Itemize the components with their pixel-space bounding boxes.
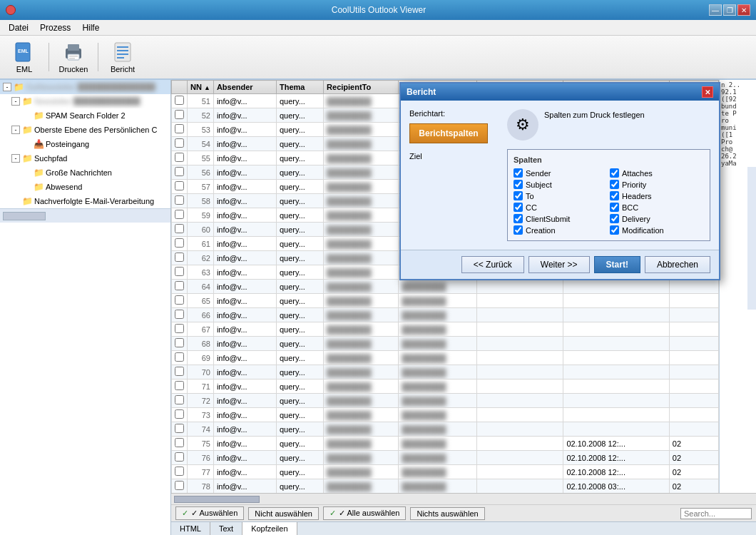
col-absender[interactable]: Absender bbox=[213, 81, 276, 94]
col-check-creation[interactable] bbox=[514, 225, 523, 235]
table-row[interactable]: 67 info@v... query... ████████ ████████ bbox=[172, 322, 719, 337]
row-checkbox[interactable] bbox=[172, 251, 188, 265]
row-checkbox[interactable] bbox=[172, 137, 188, 151]
col-check-subject[interactable] bbox=[514, 180, 523, 189]
row-checkbox[interactable] bbox=[172, 194, 188, 208]
row-checkbox[interactable] bbox=[172, 337, 188, 351]
back-button[interactable]: << Zurück bbox=[461, 256, 524, 273]
col-check-clientsubmit[interactable] bbox=[514, 214, 523, 223]
col-check-sender[interactable] bbox=[514, 168, 523, 178]
col-thema[interactable]: Thema bbox=[276, 81, 323, 94]
tool-drucken[interactable]: Drucken bbox=[55, 39, 92, 76]
row-checkbox[interactable] bbox=[172, 280, 188, 294]
search-input[interactable] bbox=[680, 508, 752, 519]
tab-kopfzeilen[interactable]: Kopfzeilen bbox=[242, 522, 297, 535]
col-recipientto[interactable]: RecipientTo bbox=[324, 81, 399, 94]
select-button[interactable]: ✓ ✓ Auswählen bbox=[175, 506, 244, 520]
table-row[interactable]: 78 info@v... query... ████████ ████████ … bbox=[172, 479, 719, 494]
row-checkbox[interactable] bbox=[172, 151, 188, 165]
col-check-bcc[interactable] bbox=[610, 203, 619, 212]
row-checkbox[interactable] bbox=[172, 108, 188, 123]
minimize-button[interactable]: — bbox=[709, 4, 722, 16]
tab-text[interactable]: Text bbox=[210, 522, 242, 535]
table-row[interactable]: 76 info@v... query... ████████ ████████ … bbox=[172, 451, 719, 465]
expand-newsletter[interactable]: - bbox=[11, 97, 20, 106]
expand-root[interactable]: - bbox=[3, 83, 11, 91]
next-button[interactable]: Weiter >> bbox=[528, 256, 590, 273]
row-checkbox[interactable] bbox=[172, 294, 188, 308]
row-from: info@v... bbox=[213, 408, 276, 422]
berichtspalten-button[interactable]: Berichtspalten bbox=[409, 123, 488, 143]
table-row[interactable]: 71 info@v... query... ████████ ████████ bbox=[172, 379, 719, 394]
row-checkbox[interactable] bbox=[172, 479, 188, 494]
col-check-modification[interactable] bbox=[610, 225, 619, 235]
row-checkbox[interactable] bbox=[172, 180, 188, 194]
dialog-close-button[interactable]: ✕ bbox=[702, 86, 713, 98]
table-row[interactable]: 73 info@v... query... ████████ ████████ bbox=[172, 408, 719, 422]
select-all-button[interactable]: ✓ ✓ Alle auswählen bbox=[323, 506, 406, 520]
table-row[interactable]: 75 info@v... query... ████████ ████████ … bbox=[172, 437, 719, 451]
col-check-cc[interactable] bbox=[514, 203, 523, 212]
row-checkbox[interactable] bbox=[172, 365, 188, 379]
row-checkbox[interactable] bbox=[172, 308, 188, 322]
restore-button[interactable]: ❐ bbox=[723, 4, 736, 16]
row-checkbox[interactable] bbox=[172, 165, 188, 180]
start-button[interactable]: Start! bbox=[594, 256, 640, 273]
col-label-clientsubmit: ClientSubmit bbox=[526, 215, 570, 223]
deselect-button[interactable]: Nicht auswählen bbox=[248, 507, 319, 520]
row-checkbox[interactable] bbox=[172, 322, 188, 337]
expand-oberste[interactable]: - bbox=[11, 126, 20, 134]
tree-spam[interactable]: 📁 SPAM Search Folder 2 bbox=[0, 108, 170, 123]
row-checkbox[interactable] bbox=[172, 208, 188, 223]
row-checkbox[interactable] bbox=[172, 223, 188, 237]
row-checkbox[interactable] bbox=[172, 437, 188, 451]
row-checkbox[interactable] bbox=[172, 422, 188, 437]
tree-grosse[interactable]: 📁 Große Nachrichten bbox=[0, 165, 170, 180]
tool-bericht[interactable]: Bericht bbox=[104, 39, 141, 76]
row-checkbox[interactable] bbox=[172, 408, 188, 422]
table-row[interactable]: 77 info@v... query... ████████ ████████ … bbox=[172, 465, 719, 479]
tree-oberste[interactable]: - 📁 Oberste Ebene des Persönlichen C bbox=[0, 123, 170, 137]
row-checkbox[interactable] bbox=[172, 351, 188, 365]
cancel-button[interactable]: Abbrechen bbox=[645, 256, 710, 273]
row-checkbox[interactable] bbox=[172, 123, 188, 137]
bericht-icon bbox=[111, 41, 134, 63]
tree-nverarbeitung[interactable]: 📁 Nachverfolgte E-Mail-Verarbeitung bbox=[0, 194, 170, 208]
tree-root[interactable]: - 📁 OutNewsletter ██████████████ bbox=[0, 80, 170, 94]
row-from: info@v... bbox=[213, 208, 276, 223]
row-checkbox[interactable] bbox=[172, 237, 188, 251]
close-app-button[interactable]: ✕ bbox=[737, 4, 750, 16]
row-checkbox[interactable] bbox=[172, 394, 188, 408]
row-checkbox[interactable] bbox=[172, 379, 188, 394]
tree-suchpfad[interactable]: - 📁 Suchpfad bbox=[0, 151, 170, 165]
table-row[interactable]: 72 info@v... query... ████████ ████████ bbox=[172, 394, 719, 408]
col-check-headers[interactable] bbox=[610, 191, 619, 200]
tree-newsletter[interactable]: - 📁 Newsletter ████████████ bbox=[0, 94, 170, 108]
menu-hilfe[interactable]: Hilfe bbox=[76, 21, 105, 34]
tab-html[interactable]: HTML bbox=[171, 522, 210, 535]
row-checkbox[interactable] bbox=[172, 465, 188, 479]
col-nn[interactable]: NN ▲ bbox=[188, 81, 214, 94]
tool-eml[interactable]: EML EML bbox=[6, 39, 43, 76]
table-row[interactable]: 74 info@v... query... ████████ ████████ bbox=[172, 422, 719, 437]
table-row[interactable]: 69 info@v... query... ████████ ████████ bbox=[172, 351, 719, 365]
columns-description: Spalten zum Druck festlegen bbox=[544, 109, 645, 121]
col-check-attaches[interactable] bbox=[610, 168, 619, 178]
menu-datei[interactable]: Datei bbox=[3, 21, 34, 34]
col-check-priority[interactable] bbox=[610, 180, 619, 189]
table-row[interactable]: 64 info@v... query... ████████ ████████ bbox=[172, 280, 719, 294]
table-row[interactable]: 68 info@v... query... ████████ ████████ bbox=[172, 337, 719, 351]
tree-posteingang[interactable]: 📥 Posteingang bbox=[0, 137, 170, 151]
col-check-to[interactable] bbox=[514, 191, 523, 200]
tree-abwesend[interactable]: 📁 Abwesend bbox=[0, 180, 170, 194]
table-row[interactable]: 70 info@v... query... ████████ ████████ bbox=[172, 365, 719, 379]
row-checkbox[interactable] bbox=[172, 451, 188, 465]
col-check-delivery[interactable] bbox=[610, 214, 619, 223]
menu-prozess[interactable]: Prozess bbox=[34, 21, 76, 34]
row-checkbox[interactable] bbox=[172, 94, 188, 108]
expand-suchpfad[interactable]: - bbox=[11, 154, 20, 163]
table-row[interactable]: 66 info@v... query... ████████ ████████ bbox=[172, 308, 719, 322]
deselect-all-button[interactable]: Nichts auswählen bbox=[410, 507, 484, 520]
row-checkbox[interactable] bbox=[172, 265, 188, 280]
table-row[interactable]: 65 info@v... query... ████████ ████████ bbox=[172, 294, 719, 308]
